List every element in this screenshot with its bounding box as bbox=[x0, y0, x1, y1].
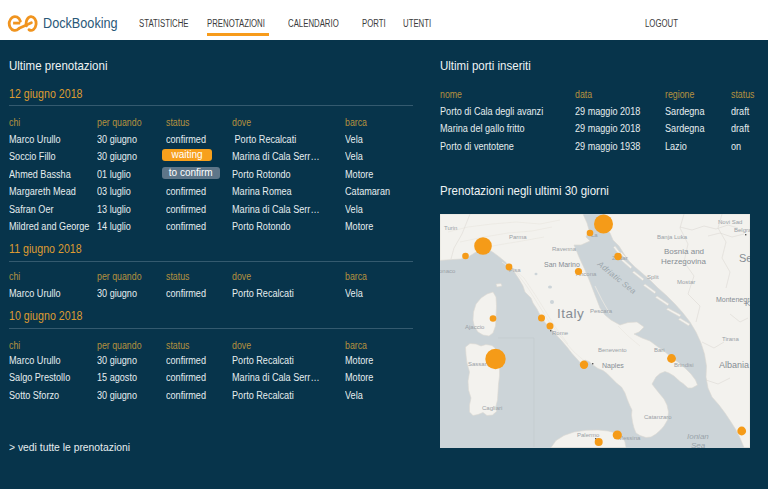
svg-text:Albania: Albania bbox=[719, 360, 749, 370]
svg-text:Mostar: Mostar bbox=[677, 279, 695, 285]
svg-text:Tirana: Tirana bbox=[722, 336, 739, 342]
svg-text:Bari: Bari bbox=[654, 347, 665, 353]
svg-text:Ajaccio: Ajaccio bbox=[465, 324, 485, 330]
svg-text:Brindisi: Brindisi bbox=[674, 362, 694, 368]
svg-text:Se: Se bbox=[739, 252, 750, 264]
svg-text:Split: Split bbox=[647, 274, 659, 280]
svg-text:Italy: Italy bbox=[557, 306, 584, 321]
svg-text:Novi Sad: Novi Sad bbox=[718, 219, 742, 225]
svg-text:Naples: Naples bbox=[602, 362, 624, 370]
svg-text:Ravenna: Ravenna bbox=[552, 246, 577, 252]
svg-text:K: K bbox=[745, 299, 750, 308]
svg-text:Benevento: Benevento bbox=[598, 347, 627, 353]
svg-text:Palermo: Palermo bbox=[577, 432, 600, 438]
svg-text:Pescara: Pescara bbox=[590, 308, 613, 314]
svg-text:Bosnia and: Bosnia and bbox=[664, 247, 704, 256]
svg-text:Herzegovina: Herzegovina bbox=[661, 257, 706, 266]
svg-text:Rome: Rome bbox=[552, 330, 569, 336]
svg-text:Sassari: Sassari bbox=[468, 361, 488, 367]
svg-text:Parma: Parma bbox=[509, 234, 527, 240]
svg-text:Sea: Sea bbox=[691, 441, 706, 448]
svg-text:San Marino: San Marino bbox=[544, 261, 580, 268]
svg-text:Cagliari: Cagliari bbox=[482, 405, 502, 411]
svg-text:Turin: Turin bbox=[444, 225, 457, 231]
svg-text:Catanzaro: Catanzaro bbox=[644, 414, 672, 420]
svg-text:Banja Luka: Banja Luka bbox=[657, 234, 688, 240]
svg-text:Belgra: Belgra bbox=[734, 227, 750, 233]
svg-text:Ionian: Ionian bbox=[687, 432, 709, 441]
svg-text:onaco: onaco bbox=[440, 268, 456, 274]
